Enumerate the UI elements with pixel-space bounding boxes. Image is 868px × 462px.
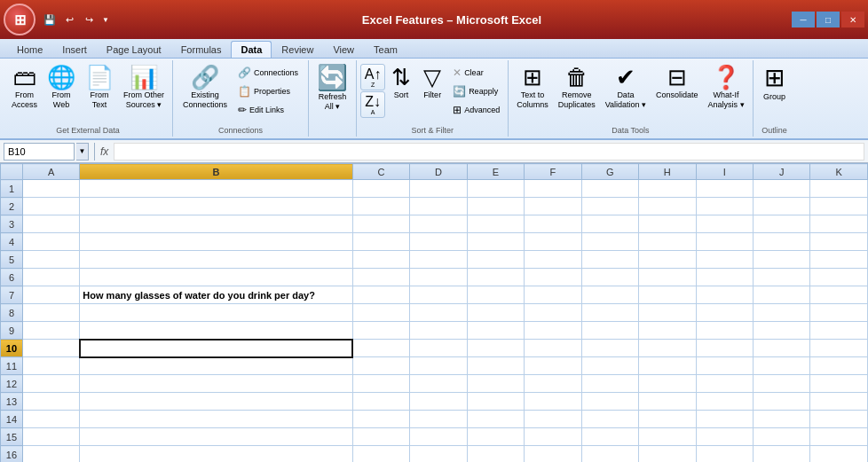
row-header-7[interactable]: 7 [1, 286, 23, 304]
cell-F5[interactable] [525, 251, 581, 269]
cell-K10[interactable] [810, 340, 868, 357]
cell-K12[interactable] [810, 375, 868, 393]
cell-J1[interactable] [754, 180, 810, 198]
col-header-g[interactable]: G [581, 164, 638, 180]
cell-K4[interactable] [810, 233, 868, 251]
cell-G6[interactable] [581, 269, 638, 286]
cell-F12[interactable] [525, 375, 581, 393]
cell-C13[interactable] [352, 393, 409, 411]
quick-redo-btn[interactable]: ↪ [80, 11, 98, 28]
sort-button[interactable]: ⇅ Sort [386, 62, 416, 121]
cell-D7[interactable] [410, 286, 467, 304]
cell-E1[interactable] [467, 180, 524, 198]
cell-K3[interactable] [810, 215, 868, 233]
cell-A8[interactable] [22, 304, 79, 322]
cell-B7[interactable]: How many glasses of water do you drink p… [80, 286, 353, 304]
cell-J7[interactable] [754, 286, 810, 304]
cell-A3[interactable] [22, 215, 79, 233]
cell-J15[interactable] [754, 428, 810, 446]
col-header-i[interactable]: I [696, 164, 753, 180]
cell-E11[interactable] [467, 357, 524, 375]
cell-D4[interactable] [410, 233, 467, 251]
cell-F7[interactable] [525, 286, 581, 304]
cell-K2[interactable] [810, 198, 868, 215]
advanced-button[interactable]: ⊞ Advanced [448, 101, 504, 119]
tab-pagelayout[interactable]: Page Layout [97, 41, 171, 58]
cell-D11[interactable] [410, 357, 467, 375]
cell-J2[interactable] [754, 198, 810, 215]
cell-J3[interactable] [754, 215, 810, 233]
cell-D8[interactable] [410, 304, 467, 322]
data-validation-button[interactable]: ✔ DataValidation ▾ [601, 62, 651, 121]
office-button[interactable]: ⊞ [4, 4, 36, 35]
cell-D1[interactable] [410, 180, 467, 198]
cell-F10[interactable] [525, 340, 581, 357]
cell-G1[interactable] [581, 180, 638, 198]
tab-home[interactable]: Home [7, 41, 52, 58]
cell-D5[interactable] [410, 251, 467, 269]
cell-E10[interactable] [467, 340, 524, 357]
col-header-a[interactable]: A [22, 164, 79, 180]
cell-F16[interactable] [525, 446, 581, 463]
reapply-button[interactable]: 🔄 Reapply [448, 82, 504, 100]
cell-B8[interactable] [80, 304, 353, 322]
cell-F1[interactable] [525, 180, 581, 198]
cell-D14[interactable] [410, 411, 467, 428]
cell-C6[interactable] [352, 269, 409, 286]
sort-az-button[interactable]: A↑ Z [360, 64, 385, 90]
cell-E14[interactable] [467, 411, 524, 428]
cell-G7[interactable] [581, 286, 638, 304]
from-web-button[interactable]: 🌐 FromWeb [43, 62, 80, 121]
cell-G8[interactable] [581, 304, 638, 322]
cell-J10[interactable] [754, 340, 810, 357]
cell-A7[interactable] [22, 286, 79, 304]
cell-G11[interactable] [581, 357, 638, 375]
maximize-button[interactable]: □ [817, 12, 840, 27]
cell-E5[interactable] [467, 251, 524, 269]
cell-G13[interactable] [581, 393, 638, 411]
cell-J8[interactable] [754, 304, 810, 322]
cell-G5[interactable] [581, 251, 638, 269]
cell-B13[interactable] [80, 393, 353, 411]
cell-C5[interactable] [352, 251, 409, 269]
cell-F14[interactable] [525, 411, 581, 428]
cell-A6[interactable] [22, 269, 79, 286]
cell-D3[interactable] [410, 215, 467, 233]
cell-C16[interactable] [352, 446, 409, 463]
cell-H6[interactable] [639, 269, 696, 286]
cell-F9[interactable] [525, 322, 581, 340]
cell-A12[interactable] [22, 375, 79, 393]
cell-J6[interactable] [754, 269, 810, 286]
cell-D6[interactable] [410, 269, 467, 286]
row-header-12[interactable]: 12 [1, 375, 23, 393]
cell-B1[interactable] [80, 180, 353, 198]
cell-A13[interactable] [22, 393, 79, 411]
cell-K7[interactable] [810, 286, 868, 304]
cell-H8[interactable] [639, 304, 696, 322]
cell-C14[interactable] [352, 411, 409, 428]
remove-duplicates-button[interactable]: 🗑 RemoveDuplicates [554, 62, 600, 121]
cell-G14[interactable] [581, 411, 638, 428]
col-header-j[interactable]: J [754, 164, 810, 180]
from-access-button[interactable]: 🗃 FromAccess [7, 62, 42, 121]
col-header-h[interactable]: H [639, 164, 696, 180]
cell-A10[interactable] [22, 340, 79, 357]
cell-B15[interactable] [80, 428, 353, 446]
cell-C7[interactable] [352, 286, 409, 304]
cell-C11[interactable] [352, 357, 409, 375]
cell-F8[interactable] [525, 304, 581, 322]
from-other-sources-button[interactable]: 📊 From OtherSources ▾ [119, 62, 169, 121]
cell-B2[interactable] [80, 198, 353, 215]
cell-B10[interactable] [80, 340, 353, 357]
cell-K8[interactable] [810, 304, 868, 322]
cell-I3[interactable] [696, 215, 753, 233]
cell-I6[interactable] [696, 269, 753, 286]
cell-C2[interactable] [352, 198, 409, 215]
cell-J16[interactable] [754, 446, 810, 463]
cell-H4[interactable] [639, 233, 696, 251]
tab-data[interactable]: Data [231, 41, 272, 58]
cell-A2[interactable] [22, 198, 79, 215]
row-header-4[interactable]: 4 [1, 233, 23, 251]
cell-F15[interactable] [525, 428, 581, 446]
cell-I9[interactable] [696, 322, 753, 340]
